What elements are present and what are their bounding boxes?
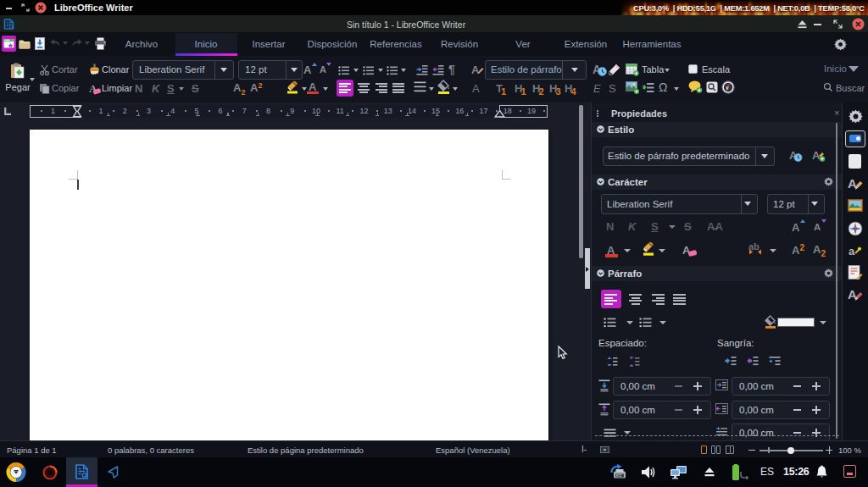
- svg-text:872: 872: [616, 474, 621, 478]
- svg-text:ab: ab: [748, 241, 760, 252]
- svg-text:a: a: [849, 245, 855, 257]
- svg-text:A: A: [471, 64, 480, 76]
